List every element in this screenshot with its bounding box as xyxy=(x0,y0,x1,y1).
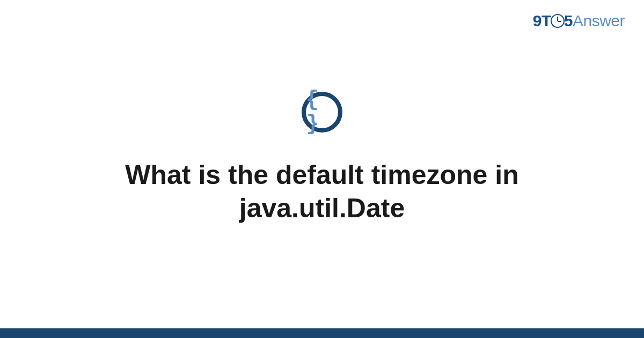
code-braces-icon: { } xyxy=(302,92,342,133)
content-wrap: { } What is the default timezone in java… xyxy=(0,0,644,338)
code-braces-glyph: { } xyxy=(306,88,338,136)
footer-bar xyxy=(0,328,644,338)
question-title: What is the default timezone in java.uti… xyxy=(54,158,590,225)
